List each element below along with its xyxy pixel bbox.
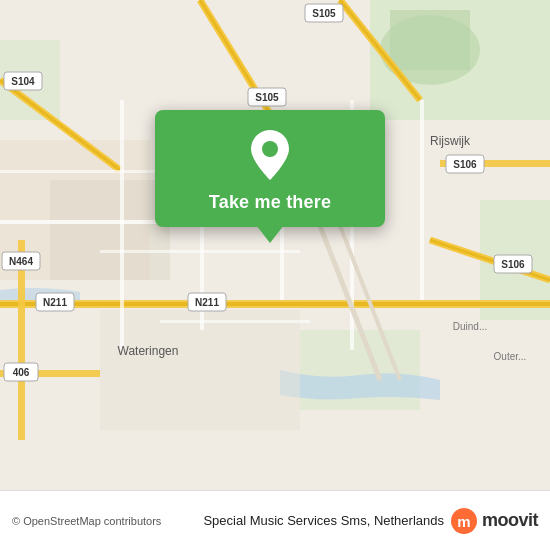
svg-text:S105: S105: [312, 8, 336, 19]
svg-rect-30: [100, 250, 300, 253]
svg-text:N464: N464: [9, 256, 33, 267]
bottom-bar: © OpenStreetMap contributors Special Mus…: [0, 490, 550, 550]
svg-point-57: [262, 141, 278, 157]
map-container: S104 S105 S105 S106 S106 N211 N211 N464 …: [0, 0, 550, 490]
svg-text:Wateringen: Wateringen: [118, 344, 179, 358]
navigation-popup[interactable]: Take me there: [155, 110, 385, 227]
svg-text:406: 406: [13, 367, 30, 378]
svg-text:S106: S106: [501, 259, 525, 270]
svg-text:N211: N211: [195, 297, 219, 308]
svg-text:S104: S104: [11, 76, 35, 87]
svg-rect-11: [0, 302, 550, 306]
svg-rect-29: [0, 170, 180, 173]
location-pin-icon: [248, 128, 292, 182]
svg-point-3: [380, 15, 480, 85]
svg-text:S105: S105: [255, 92, 279, 103]
svg-rect-24: [120, 100, 124, 350]
place-name: Special Music Services Sms, Netherlands: [203, 513, 444, 528]
moovit-icon: m: [450, 507, 478, 535]
svg-text:N211: N211: [43, 297, 67, 308]
svg-rect-28: [420, 100, 424, 300]
copyright-text: © OpenStreetMap contributors: [12, 515, 197, 527]
svg-text:Rijswijk: Rijswijk: [430, 134, 471, 148]
svg-text:m: m: [457, 513, 470, 530]
svg-rect-8: [50, 180, 170, 280]
svg-rect-31: [160, 320, 310, 323]
take-me-there-label: Take me there: [209, 192, 331, 213]
svg-text:S106: S106: [453, 159, 477, 170]
moovit-logo: m moovit: [450, 507, 538, 535]
moovit-text: moovit: [482, 510, 538, 531]
svg-text:Duind...: Duind...: [453, 321, 487, 332]
svg-text:Outer...: Outer...: [494, 351, 527, 362]
